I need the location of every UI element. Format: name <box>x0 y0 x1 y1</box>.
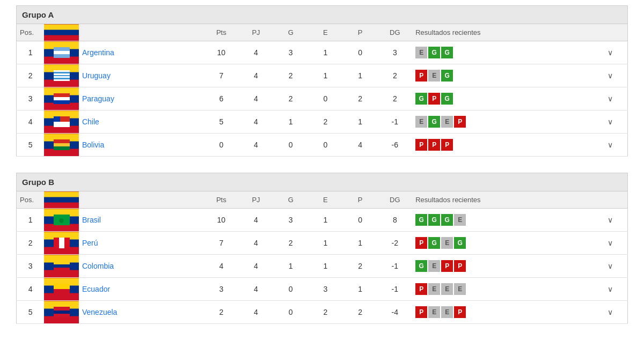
team-position: 4 <box>17 110 45 134</box>
team-flag-cell <box>44 87 79 110</box>
result-badge-g: G <box>415 260 427 272</box>
team-pj: 4 <box>239 209 274 232</box>
team-name-link[interactable]: Colombia <box>82 262 114 270</box>
expand-button[interactable]: ∨ <box>593 110 628 134</box>
expand-button[interactable]: ∨ <box>593 41 628 64</box>
result-badge-e: E <box>441 283 453 295</box>
team-pts: 0 <box>204 134 239 157</box>
result-badge-e: E <box>441 306 453 318</box>
expand-button[interactable]: ∨ <box>593 64 628 87</box>
table-row[interactable]: 1Argentina1043103EGG∨ <box>17 41 628 64</box>
flag-icon-col <box>54 261 70 271</box>
team-name-link[interactable]: Brasil <box>82 216 101 224</box>
expand-button[interactable]: ∨ <box>593 134 628 157</box>
result-badge-g: G <box>441 70 453 82</box>
result-badge-g: G <box>441 214 453 226</box>
team-e: 1 <box>308 209 343 232</box>
team-name-link[interactable]: Paraguay <box>82 94 114 103</box>
team-p: 0 <box>343 209 378 232</box>
col-header-p: P <box>343 191 378 209</box>
table-row[interactable]: 4Ecuador34031-1PEEE∨ <box>17 278 628 301</box>
result-badge-p: P <box>415 306 427 318</box>
table-row[interactable]: 3Paraguay642022GPG∨ <box>17 87 628 110</box>
team-results: EGEP <box>412 110 593 134</box>
team-dg: -1 <box>377 278 412 301</box>
chevron-down-icon: ∨ <box>608 71 613 80</box>
team-position: 4 <box>17 278 45 301</box>
team-pts: 10 <box>204 41 239 64</box>
col-header-pts: Pts <box>204 24 239 41</box>
col-header-flag <box>44 191 79 209</box>
table-row[interactable]: 2Uruguay742112PEG∨ <box>17 64 628 87</box>
table-row[interactable]: 3Colombia44112-1GEPP∨ <box>17 255 628 278</box>
team-name-link[interactable]: Ecuador <box>82 285 110 293</box>
expand-button[interactable]: ∨ <box>593 87 628 110</box>
team-name-link[interactable]: Bolivia <box>82 141 104 149</box>
team-position: 1 <box>17 41 45 64</box>
team-g: 0 <box>273 278 308 301</box>
team-g: 0 <box>273 134 308 157</box>
team-pj: 4 <box>239 87 274 110</box>
team-name-cell: Bolivia <box>79 134 204 157</box>
team-dg: 2 <box>377 64 412 87</box>
result-badge-g: G <box>428 237 440 249</box>
table-row[interactable]: 4Chile54121-1EGEP∨ <box>17 110 628 134</box>
col-header-flag <box>44 24 79 41</box>
expand-button[interactable]: ∨ <box>593 278 628 301</box>
result-badge-e: E <box>428 306 440 318</box>
expand-button[interactable]: ∨ <box>593 255 628 278</box>
team-pts: 6 <box>204 87 239 110</box>
team-name-link[interactable]: Uruguay <box>82 71 111 80</box>
standings-table-group-2: Pos.PtsPJGEPDGResultados recientes1Brasi… <box>16 191 628 324</box>
team-e: 2 <box>308 301 343 324</box>
team-name-link[interactable]: Venezuela <box>82 308 117 316</box>
flag-icon-arg <box>54 47 70 58</box>
team-g: 2 <box>273 87 308 110</box>
team-flag-cell <box>44 255 79 278</box>
team-name-link[interactable]: Perú <box>82 239 98 247</box>
team-pts: 7 <box>204 64 239 87</box>
team-pts: 3 <box>204 278 239 301</box>
team-pj: 4 <box>239 278 274 301</box>
team-p: 1 <box>343 232 378 255</box>
col-header-dg: DG <box>377 24 412 41</box>
team-name-cell: Uruguay <box>79 64 204 87</box>
team-name-cell: Colombia <box>79 255 204 278</box>
team-g: 2 <box>273 232 308 255</box>
table-row[interactable]: 5Bolivia04004-6PPP∨ <box>17 134 628 157</box>
team-dg: -4 <box>377 301 412 324</box>
col-header-g: G <box>273 24 308 41</box>
team-results: PPP <box>412 134 593 157</box>
result-badge-p: P <box>441 139 453 151</box>
team-position: 5 <box>17 301 45 324</box>
expand-button[interactable]: ∨ <box>593 301 628 324</box>
team-dg: 3 <box>377 41 412 64</box>
result-badge-e: E <box>415 47 427 58</box>
table-row[interactable]: 2Perú74211-2PGEG∨ <box>17 232 628 255</box>
expand-button[interactable]: ∨ <box>593 232 628 255</box>
chevron-down-icon: ∨ <box>608 94 613 103</box>
col-header-p: P <box>343 24 378 41</box>
col-header-expand <box>593 191 628 209</box>
expand-button[interactable]: ∨ <box>593 209 628 232</box>
team-results: EGG <box>412 41 593 64</box>
group-title-1: Grupo A <box>16 5 628 24</box>
team-name-link[interactable]: Argentina <box>82 48 114 57</box>
team-g: 1 <box>273 110 308 134</box>
table-row[interactable]: 1Brasil1043108GGGE∨ <box>17 209 628 232</box>
team-name-cell: Chile <box>79 110 204 134</box>
table-row[interactable]: 5Venezuela24022-4PEEP∨ <box>17 301 628 324</box>
team-dg: 8 <box>377 209 412 232</box>
team-name-link[interactable]: Chile <box>82 117 99 126</box>
team-flag-cell <box>44 64 79 87</box>
team-g: 2 <box>273 64 308 87</box>
flag-icon-uru <box>54 70 70 81</box>
page: Grupo APos.PtsPJGEPDGResultados reciente… <box>0 0 644 362</box>
team-name-cell: Venezuela <box>79 301 204 324</box>
team-pj: 4 <box>239 232 274 255</box>
team-e: 0 <box>308 87 343 110</box>
team-pj: 4 <box>239 41 274 64</box>
team-results: PEG <box>412 64 593 87</box>
team-p: 1 <box>343 64 378 87</box>
flag-icon-bra <box>54 215 70 225</box>
